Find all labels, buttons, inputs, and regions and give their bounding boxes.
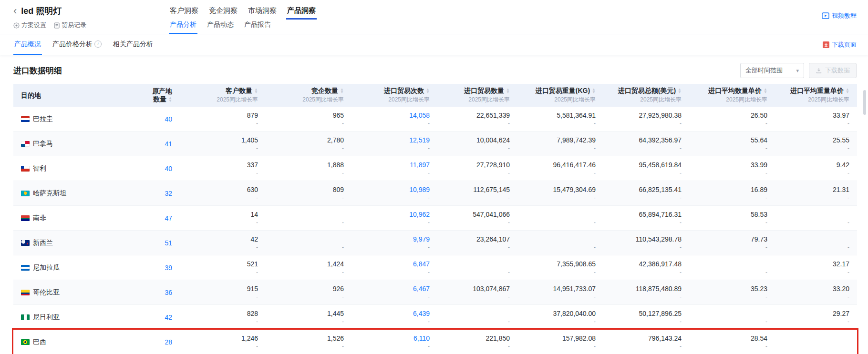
origin-count-cell: 28	[97, 330, 180, 354]
growth-value: -	[256, 293, 258, 301]
column-header-import-trade-amount-usd[interactable]: 进口贸易总额(美元)▲▼2025同比增长率	[603, 84, 689, 107]
cell-value[interactable]: 10,989	[409, 185, 430, 194]
download-page-link[interactable]: 下载页面	[823, 34, 857, 55]
page: ‹ led 照明灯 方案设置 贸易记录 客户洞察竞企洞察市场洞察产品洞察 产品分…	[0, 0, 868, 354]
tab-market-insight[interactable]: 市场洞察	[247, 5, 278, 20]
growth-value: -	[847, 293, 849, 301]
import-trade-times-cell: 6,439-	[351, 305, 437, 329]
column-header-import-trade-weight-kg[interactable]: 进口贸易重量(KG)▲▼2025同比增长率	[517, 84, 603, 107]
tab-customer-insight[interactable]: 客户洞察	[169, 5, 199, 20]
origin-count-link[interactable]: 40	[165, 115, 172, 123]
scrollbar-thumb[interactable]	[863, 90, 866, 115]
import-trade-times-cell: 10,962-	[351, 206, 437, 230]
growth-value: -	[680, 343, 682, 350]
cell-value: 32.17	[833, 260, 849, 268]
video-tutorial-link[interactable]: 视频教程	[822, 11, 857, 20]
cell-value[interactable]: 6,847	[413, 260, 430, 268]
origin-count-link[interactable]: 42	[165, 313, 172, 322]
cell-value[interactable]: 6,110	[413, 334, 430, 343]
time-range-select[interactable]: 全部时间范围 ▾	[740, 63, 804, 78]
column-header-import-avg-qty-price[interactable]: 进口平均数量单价▲▼2025同比增长率	[689, 84, 775, 107]
column-header-import-trade-qty[interactable]: 进口贸易数量▲▼2025同比增长率	[437, 84, 517, 107]
cell-value[interactable]: 11,897	[410, 161, 430, 169]
tab-product-overview[interactable]: 产品概况	[13, 34, 42, 55]
cell-value: 27,728,910	[476, 161, 510, 169]
column-header-competitor-count[interactable]: 竞企数量▲▼2025同比增长率	[266, 84, 351, 107]
tab-competitor-insight[interactable]: 竞企洞察	[208, 5, 238, 20]
competitor-count-cell: 1,445-	[266, 305, 351, 329]
tab-product-trends[interactable]: 产品动态	[206, 20, 235, 34]
origin-count-link[interactable]: 40	[165, 164, 172, 173]
import-avg-weight-price-cell: 33.20-	[775, 280, 857, 304]
table-row: 尼加拉瓜39521-1,424-6,847--7,355,908.65-42,3…	[13, 255, 857, 280]
cell-value: 521	[247, 260, 258, 268]
cell-value[interactable]: 14,058	[409, 111, 430, 120]
import-trade-weight-kg-cell: -	[517, 206, 603, 230]
customer-count-cell: 14-	[180, 206, 266, 230]
import-trade-weight-kg-cell: 7,989,742.39-	[517, 131, 603, 156]
cell-value[interactable]: 10,962	[409, 210, 430, 219]
import-trade-weight-kg-cell: 15,479,304.69-	[517, 181, 603, 205]
origin-count-link[interactable]: 39	[165, 263, 172, 272]
import-avg-weight-price-cell: 9.42-	[775, 156, 857, 181]
column-header-import-trade-times[interactable]: 进口贸易次数▲▼2025同比增长率	[351, 84, 437, 107]
country-name: 尼加拉瓜	[33, 263, 60, 272]
origin-count-link[interactable]: 28	[165, 338, 172, 346]
cell-value[interactable]: 6,439	[413, 309, 430, 318]
cell-value[interactable]: 6,467	[413, 284, 430, 293]
cell-value[interactable]: 9,979	[413, 235, 430, 243]
sort-icon[interactable]: ▲▼	[168, 97, 172, 102]
cell-value: 796,143.24	[648, 334, 682, 343]
flag-icon-za	[21, 215, 30, 221]
cell-value: 25.55	[833, 136, 849, 144]
cell-value: 21.31	[833, 185, 849, 194]
sort-icon[interactable]: ▲▼	[592, 88, 596, 94]
growth-value: -	[508, 170, 510, 177]
growth-value: -	[765, 219, 767, 226]
sort-icon[interactable]: ▲▼	[340, 88, 344, 94]
growth-value: -	[508, 219, 510, 226]
plan-settings-link[interactable]: 方案设置	[13, 21, 46, 30]
cell-value: 1,526	[327, 334, 344, 343]
column-header-origin-count[interactable]: 原产地数量▲▼	[97, 84, 180, 107]
sort-icon[interactable]: ▲▼	[846, 88, 849, 94]
content: 进口数据明细 全部时间范围 ▾ 下载数据 目的地原产地数量▲▼客户数量▲▼202…	[0, 63, 868, 354]
origin-count-link[interactable]: 41	[165, 140, 172, 148]
trade-records-icon	[54, 22, 60, 29]
trade-records-link[interactable]: 贸易记录	[54, 21, 86, 30]
column-header-destination: 目的地	[13, 84, 97, 107]
sort-icon[interactable]: ▲▼	[426, 88, 430, 94]
back-icon[interactable]: ‹	[13, 6, 17, 16]
growth-value: -	[342, 145, 344, 152]
origin-count-link[interactable]: 47	[165, 214, 172, 223]
import-avg-qty-price-cell: 35.23-	[689, 280, 775, 304]
download-data-button[interactable]: 下载数据	[809, 63, 857, 78]
tab-related-product-analysis[interactable]: 相关产品分析	[112, 34, 154, 55]
import-trade-qty-cell: 23,264,107-	[437, 231, 517, 255]
country-name: 尼日利亚	[33, 313, 60, 322]
origin-count-cell: 51	[97, 231, 180, 255]
tab-product-analysis[interactable]: 产品分析	[169, 20, 197, 34]
cell-value: 7,355,908.65	[557, 260, 596, 268]
tab-product-price-analysis[interactable]: 产品价格分析i	[52, 34, 103, 55]
cell-value: 1,246	[241, 334, 258, 343]
table-scrollbar[interactable]	[863, 88, 867, 352]
import-trade-qty-cell: -	[437, 305, 517, 329]
tab-product-insight[interactable]: 产品洞察	[286, 5, 317, 20]
sort-icon[interactable]: ▲▼	[678, 88, 682, 94]
column-header-customer-count[interactable]: 客户数量▲▼2025同比增长率	[180, 84, 266, 107]
growth-rate-label: 2025同比增长率	[388, 96, 430, 104]
growth-value: -	[594, 120, 596, 127]
sort-icon[interactable]: ▲▼	[506, 88, 510, 94]
section-title: 进口数据明细	[13, 65, 62, 76]
import-trade-times-cell: 9,979-	[351, 231, 437, 255]
column-header-import-avg-weight-price[interactable]: 进口平均重量单价▲▼2025同比增长率	[775, 84, 857, 107]
cell-value: 221,850	[486, 334, 510, 343]
tab-product-report[interactable]: 产品报告	[243, 20, 272, 34]
cell-value[interactable]: 12,519	[409, 136, 430, 144]
origin-count-link[interactable]: 36	[165, 288, 172, 297]
sort-icon[interactable]: ▲▼	[764, 88, 767, 94]
origin-count-link[interactable]: 51	[165, 239, 172, 247]
origin-count-link[interactable]: 32	[165, 189, 172, 198]
sort-icon[interactable]: ▲▼	[254, 88, 258, 94]
